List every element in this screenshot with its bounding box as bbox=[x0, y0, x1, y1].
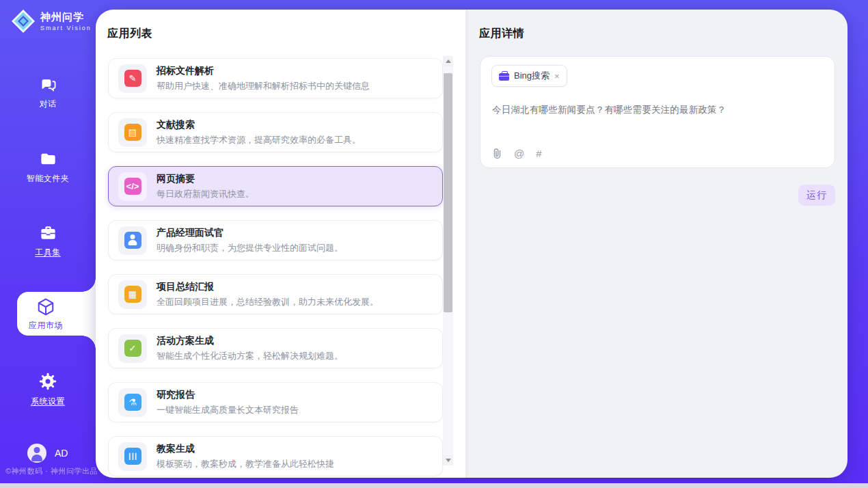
app-card-title: 研究报告 bbox=[157, 389, 299, 401]
copyright-footer: ©神州数码 · 神州问学出品 bbox=[5, 466, 98, 476]
app-card[interactable]: </> 网页摘要 每日政府新闻资讯快查。 bbox=[108, 166, 443, 206]
scrollbar-thumb[interactable] bbox=[444, 73, 452, 312]
hash-icon[interactable]: # bbox=[536, 148, 541, 159]
user-initials: AD bbox=[55, 448, 68, 459]
page-bottom-strip bbox=[0, 483, 868, 488]
app-card-title: 网页摘要 bbox=[157, 173, 254, 185]
app-card-description: 模板驱动，教案秒成，教学准备从此轻松快捷 bbox=[157, 458, 334, 470]
chat-icon bbox=[39, 75, 57, 94]
triangle-up-icon bbox=[446, 59, 451, 63]
tool-chip-label: Bing搜索 bbox=[514, 70, 550, 82]
app-card-title: 活动方案生成 bbox=[157, 335, 343, 347]
pen-icon: ✎ bbox=[124, 70, 141, 87]
app-card-description: 快速精准查找学术资源，提高研究效率的必备工具。 bbox=[157, 134, 361, 146]
main-container: 应用列表 ✎ 招标文件解析 帮助用户快速、准确地理解和解析招标书中的关键信息 ▤… bbox=[96, 10, 847, 478]
sidebar-item-folder[interactable]: 智能文件夹 bbox=[0, 150, 96, 187]
app-card[interactable]: 产品经理面试官 明确身份和职责，为您提供专业性的面试问题。 bbox=[108, 220, 443, 260]
app-card-title: 招标文件解析 bbox=[157, 65, 370, 77]
scroll-up-button[interactable] bbox=[443, 56, 453, 66]
browser-icon: </> bbox=[124, 178, 141, 195]
brand-logo: 神州问学 Smart Vision bbox=[11, 9, 92, 33]
sidebar-item-cube[interactable]: 应用市场 bbox=[17, 292, 96, 336]
app-list-panel: 应用列表 ✎ 招标文件解析 帮助用户快速、准确地理解和解析招标书中的关键信息 ▤… bbox=[96, 10, 465, 478]
app-card-description: 明确身份和职责，为您提供专业性的面试问题。 bbox=[157, 242, 343, 254]
sidebar: 神州问学 Smart Vision 对话 智能文件夹 工具集 应用市场 系统设置… bbox=[0, 0, 96, 483]
app-card-title: 产品经理面试官 bbox=[157, 227, 343, 239]
app-card-description: 一键智能生成高质量长文本研究报告 bbox=[157, 404, 299, 416]
app-card[interactable]: ⚗ 研究报告 一键智能生成高质量长文本研究报告 bbox=[108, 382, 443, 422]
sidebar-item-label: 智能文件夹 bbox=[27, 173, 70, 185]
sidebar-item-chat[interactable]: 对话 bbox=[0, 75, 96, 112]
app-card-description: 智能生成个性化活动方案，轻松解决规划难题。 bbox=[157, 350, 343, 362]
sidebar-item-gear[interactable]: 系统设置 bbox=[0, 372, 96, 409]
paperclip-icon[interactable] bbox=[492, 148, 502, 159]
calendar-icon: ▦ bbox=[124, 286, 141, 303]
app-card-title: 文献搜索 bbox=[157, 119, 361, 131]
prompt-input[interactable]: 今日湖北有哪些新闻要点？有哪些需要关注的最新政策？ bbox=[492, 104, 824, 116]
books-icon: ☰ bbox=[124, 448, 141, 465]
app-card[interactable]: ▤ 文献搜索 快速精准查找学术资源，提高研究效率的必备工具。 bbox=[108, 112, 443, 152]
cube-icon bbox=[36, 297, 55, 316]
chip-close-icon[interactable]: × bbox=[554, 72, 560, 81]
prompt-input-card[interactable]: Bing搜索 × 今日湖北有哪些新闻要点？有哪些需要关注的最新政策？ @ # bbox=[480, 56, 835, 168]
sidebar-item-label: 工具集 bbox=[35, 247, 61, 258]
app-card-description: 每日政府新闻资讯快查。 bbox=[157, 188, 254, 200]
triangle-down-icon bbox=[446, 459, 451, 462]
user-row[interactable]: AD bbox=[27, 444, 68, 463]
run-button[interactable]: 运行 bbox=[798, 185, 835, 206]
app-detail-panel: 应用详情 Bing搜索 × 今日湖北有哪些新闻要点？有哪些需要关注的最新政策？ … bbox=[465, 10, 847, 478]
clipboard-check-icon: ✓ bbox=[124, 340, 141, 357]
app-card[interactable]: ✎ 招标文件解析 帮助用户快速、准确地理解和解析招标书中的关键信息 bbox=[108, 58, 443, 98]
app-card-title: 项目总结汇报 bbox=[157, 281, 379, 293]
brand-subtitle: Smart Vision bbox=[40, 25, 92, 31]
brand-name: 神州问学 bbox=[40, 11, 92, 24]
app-card[interactable]: ✓ 活动方案生成 智能生成个性化活动方案，轻松解决规划难题。 bbox=[108, 328, 443, 368]
folder-icon bbox=[39, 150, 57, 168]
app-card[interactable]: ▦ 项目总结汇报 全面回顾项目进展，总结经验教训，助力未来优化发展。 bbox=[108, 274, 443, 314]
mention-icon[interactable]: @ bbox=[514, 148, 524, 159]
book-icon: ▤ bbox=[124, 124, 141, 141]
app-card-description: 帮助用户快速、准确地理解和解析招标书中的关键信息 bbox=[157, 80, 370, 92]
microscope-icon: ⚗ bbox=[124, 394, 141, 411]
app-detail-title: 应用详情 bbox=[479, 27, 524, 41]
sidebar-item-label: 对话 bbox=[40, 98, 57, 110]
app-list: ✎ 招标文件解析 帮助用户快速、准确地理解和解析招标书中的关键信息 ▤ 文献搜索… bbox=[108, 58, 443, 478]
scroll-down-button[interactable] bbox=[443, 455, 453, 465]
sidebar-item-toolbox[interactable]: 工具集 bbox=[0, 223, 96, 260]
briefcase-icon bbox=[499, 73, 509, 81]
sidebar-item-label: 应用市场 bbox=[29, 320, 63, 331]
interviewer-icon bbox=[124, 232, 141, 249]
app-card-title: 教案生成 bbox=[157, 443, 334, 455]
gear-icon bbox=[38, 372, 57, 391]
app-shell: 神州问学 Smart Vision 对话 智能文件夹 工具集 应用市场 系统设置… bbox=[0, 0, 868, 483]
avatar[interactable] bbox=[27, 444, 46, 463]
tool-chip-bing-search[interactable]: Bing搜索 × bbox=[491, 65, 567, 87]
list-scrollbar[interactable] bbox=[443, 56, 453, 465]
toolbox-icon bbox=[39, 223, 57, 242]
app-card[interactable]: ☰ 教案生成 模板驱动，教案秒成，教学准备从此轻松快捷 bbox=[108, 436, 443, 476]
sidebar-item-label: 系统设置 bbox=[31, 396, 65, 407]
app-list-title: 应用列表 bbox=[107, 27, 152, 41]
app-card-description: 全面回顾项目进展，总结经验教训，助力未来优化发展。 bbox=[157, 296, 379, 308]
gem-logo-icon bbox=[11, 9, 36, 33]
input-toolbar: @ # bbox=[492, 148, 542, 159]
